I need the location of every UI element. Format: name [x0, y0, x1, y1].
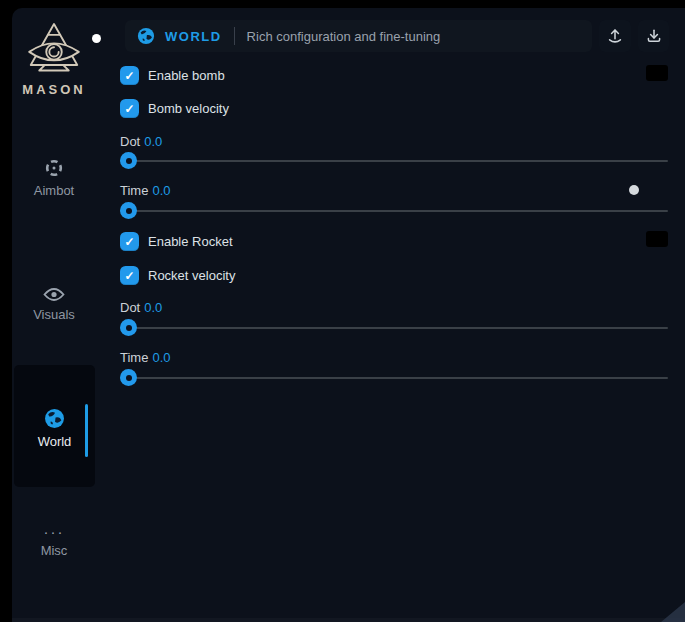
globe-icon	[44, 408, 65, 429]
sidebar-item-label: World	[14, 434, 95, 449]
toggle-label: Enable Rocket	[148, 234, 233, 249]
slider-label-bomb-time: Time0.0	[120, 183, 170, 198]
slider-handle-bomb-dot[interactable]	[120, 152, 137, 169]
sidebar-item-misc[interactable]: ··· Misc	[12, 526, 96, 558]
slider-label-bomb-dot: Dot0.0	[120, 134, 162, 149]
slider-track-rocket-dot[interactable]	[120, 327, 668, 329]
upload-icon	[606, 27, 624, 45]
page-header: WORLD Rich configuration and fine-tuning	[125, 20, 592, 52]
slider-value: 0.0	[144, 134, 162, 149]
checkbox-checked[interactable]: ✓	[120, 232, 139, 251]
slider-track-rocket-time[interactable]	[120, 377, 668, 379]
slider-label-rocket-time: Time0.0	[120, 350, 170, 365]
slider-value: 0.0	[152, 183, 170, 198]
check-icon: ✓	[124, 102, 134, 116]
eye-icon	[43, 287, 65, 302]
slider-handle-rocket-time[interactable]	[120, 369, 137, 386]
toggle-enable-bomb[interactable]: ✓ Enable bomb	[120, 66, 225, 85]
toggle-label: Rocket velocity	[148, 268, 235, 283]
page-title: WORLD	[165, 29, 222, 44]
cursor-dot	[629, 185, 639, 195]
sidebar-item-world[interactable]: World	[14, 365, 95, 487]
bomb-color-swatch[interactable]	[646, 65, 668, 81]
window-bottom-edge	[12, 618, 685, 622]
slider-name: Time	[120, 183, 148, 198]
check-icon: ✓	[124, 269, 134, 283]
slider-value: 0.0	[144, 300, 162, 315]
sidebar-item-label: Misc	[12, 543, 96, 558]
toggle-label: Bomb velocity	[148, 101, 229, 116]
app-window: MASON Aimbot Visuals	[12, 8, 685, 622]
checkbox-checked[interactable]: ✓	[120, 66, 139, 85]
sidebar-item-aimbot[interactable]: Aimbot	[12, 158, 96, 198]
check-icon: ✓	[124, 69, 134, 83]
toggle-rocket-velocity[interactable]: ✓ Rocket velocity	[120, 266, 235, 285]
crosshair-icon	[44, 158, 64, 178]
slider-handle-bomb-time[interactable]	[120, 202, 137, 219]
screen: MASON Aimbot Visuals	[0, 0, 685, 622]
download-config-button[interactable]	[638, 20, 669, 52]
slider-name: Time	[120, 350, 148, 365]
cursor-dot	[92, 34, 101, 43]
slider-handle-rocket-dot[interactable]	[120, 319, 137, 336]
ellipsis-icon: ···	[12, 526, 96, 538]
slider-label-rocket-dot: Dot0.0	[120, 300, 162, 315]
toggle-label: Enable bomb	[148, 68, 225, 83]
header-divider	[234, 27, 235, 45]
globe-icon	[137, 27, 155, 45]
sidebar-item-visuals[interactable]: Visuals	[12, 287, 96, 322]
sidebar-item-label: Visuals	[12, 307, 96, 322]
slider-track-bomb-dot[interactable]	[120, 160, 668, 162]
page-subtitle: Rich configuration and fine-tuning	[247, 29, 441, 44]
slider-value: 0.0	[152, 350, 170, 365]
toggle-enable-rocket[interactable]: ✓ Enable Rocket	[120, 232, 233, 251]
rocket-color-swatch[interactable]	[646, 231, 668, 247]
checkbox-checked[interactable]: ✓	[120, 99, 139, 118]
mason-logo-icon	[23, 20, 85, 76]
checkbox-checked[interactable]: ✓	[120, 266, 139, 285]
toggle-bomb-velocity[interactable]: ✓ Bomb velocity	[120, 99, 229, 118]
active-tab-indicator	[85, 404, 88, 457]
slider-name: Dot	[120, 134, 140, 149]
download-icon	[645, 27, 663, 45]
check-icon: ✓	[124, 235, 134, 249]
brand-name: MASON	[12, 82, 96, 97]
sidebar-item-label: Aimbot	[12, 183, 96, 198]
slider-track-bomb-time[interactable]	[120, 210, 668, 212]
slider-name: Dot	[120, 300, 140, 315]
upload-config-button[interactable]	[599, 20, 631, 52]
